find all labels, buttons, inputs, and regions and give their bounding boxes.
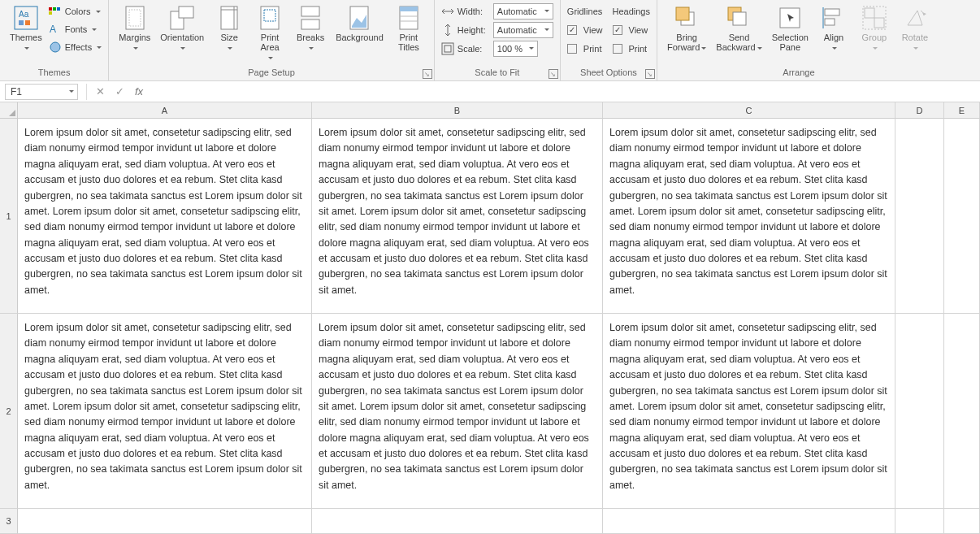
svg-point-9 [50,42,60,52]
width-combo[interactable]: Automatic [493,3,553,20]
cell-A1[interactable]: Lorem ipsum dolor sit amet, consetetur s… [18,119,312,314]
breaks-button[interactable]: Breaks [292,3,329,54]
group-label-page-setup: Page Setup [115,66,427,79]
orientation-button[interactable]: Orientation [157,3,207,54]
column-header[interactable]: A [18,102,312,119]
breaks-icon [297,5,323,31]
group-label-arrange: Arrange [664,66,934,79]
group-arrange: Bring Forward Send Backward Selection Pa… [657,0,940,80]
cell-B3[interactable] [312,509,603,534]
checkbox-icon [613,25,622,35]
svg-rect-27 [442,43,453,54]
print-area-button[interactable]: Print Area [251,3,288,63]
bring-forward-icon [674,5,700,31]
gridlines-header: Gridlines [567,7,602,16]
cell-D2[interactable] [895,314,944,509]
column-header[interactable]: B [312,102,603,119]
name-box[interactable]: F1 [5,84,78,100]
sheet-dialog-launcher[interactable]: ↘ [645,69,655,79]
cell-B1[interactable]: Lorem ipsum dolor sit amet, consetetur s… [312,119,603,314]
cell-E3[interactable] [944,509,980,534]
column-header[interactable]: C [603,102,895,119]
cell-A2[interactable]: Lorem ipsum dolor sit amet, consetetur s… [18,314,312,509]
gridlines-view-checkbox[interactable]: View [567,22,603,38]
background-button[interactable]: Background [332,3,387,44]
cell-A3[interactable] [18,509,312,534]
size-button[interactable]: Size [210,3,248,54]
align-icon [821,5,847,31]
fonts-button[interactable]: AFonts [49,21,102,37]
height-icon [441,24,454,37]
cell-D1[interactable] [895,119,944,314]
group-themes: Aa Themes Colors AFonts Effects Themes [0,0,109,80]
cell-C1[interactable]: Lorem ipsum dolor sit amet, consetetur s… [603,119,895,314]
margins-button[interactable]: Margins [115,3,154,54]
headings-view-checkbox[interactable]: View [613,22,650,38]
svg-rect-20 [301,20,319,29]
cell-C3[interactable] [603,509,895,534]
print-area-icon [257,5,283,31]
svg-rect-5 [53,7,56,11]
cell-B2[interactable]: Lorem ipsum dolor sit amet, consetetur s… [312,314,603,509]
svg-marker-40 [908,11,922,25]
gridlines-print-checkbox[interactable]: Print [567,41,603,57]
group-page-setup: Margins Orientation Size Print Area Brea… [109,0,435,80]
scale-dialog-launcher[interactable]: ↘ [549,69,558,79]
svg-text:A: A [50,24,56,35]
effects-button[interactable]: Effects [49,39,102,55]
size-icon [216,5,242,31]
orientation-icon [169,5,195,31]
row-header[interactable]: 1 [0,119,18,314]
cell-C2[interactable]: Lorem ipsum dolor sit amet, consetetur s… [603,314,895,509]
checkbox-icon [567,44,577,54]
bring-forward-button[interactable]: Bring Forward [664,3,709,54]
cell-E1[interactable] [944,119,980,314]
row-header[interactable]: 2 [0,314,18,509]
x-icon: ✕ [96,85,105,98]
column-header[interactable]: D [895,102,944,119]
cell-D3[interactable] [895,509,944,534]
enter-formula-button[interactable]: ✓ [110,84,129,100]
group-scale-to-fit: Width:Automatic Height:Automatic Scale:1… [435,0,561,80]
column-header[interactable]: E [944,102,980,119]
group-label-scale: Scale to Fit [441,66,553,79]
svg-rect-28 [444,46,451,52]
worksheet-grid: 1 2 3 A B C D E Lorem ipsum dolor sit am… [0,102,980,534]
svg-rect-32 [733,12,746,25]
page-setup-dialog-launcher[interactable]: ↘ [423,69,432,79]
group-sheet-options: Gridlines View Print Headings View Print… [561,0,657,80]
colors-icon [49,5,62,18]
themes-button[interactable]: Aa Themes [7,3,46,54]
themes-icon: Aa [13,5,39,31]
svg-rect-30 [676,7,689,20]
select-all-button[interactable] [0,102,18,119]
height-combo[interactable]: Automatic [493,22,553,38]
selection-pane-button[interactable]: Selection Pane [769,3,812,54]
headings-print-checkbox[interactable]: Print [613,41,650,57]
cell-E2[interactable] [944,314,980,509]
svg-rect-13 [179,7,193,18]
svg-rect-35 [825,19,835,25]
scale-label: Scale: [457,44,490,54]
svg-rect-19 [301,7,319,16]
checkbox-icon [613,44,622,54]
print-titles-button[interactable]: Print Titles [390,3,427,54]
colors-button[interactable]: Colors [49,3,102,20]
background-icon [346,5,372,31]
width-label: Width: [457,7,490,16]
insert-function-button[interactable]: fx [129,84,149,100]
fonts-icon: A [49,23,62,36]
formula-bar: F1 ✕ ✓ fx [0,81,980,102]
row-header[interactable]: 3 [0,509,18,534]
formula-input[interactable] [149,84,980,100]
headings-header: Headings [613,7,650,16]
width-icon [441,5,454,18]
send-backward-button[interactable]: Send Backward [713,3,765,54]
scale-spinner[interactable]: 100 % [493,41,538,57]
cancel-formula-button[interactable]: ✕ [90,84,110,100]
ribbon: Aa Themes Colors AFonts Effects Themes M… [0,0,980,81]
rotate-button: Rotate [896,3,934,54]
align-button[interactable]: Align [815,3,852,54]
group-icon [861,5,887,31]
rotate-icon [902,5,928,31]
